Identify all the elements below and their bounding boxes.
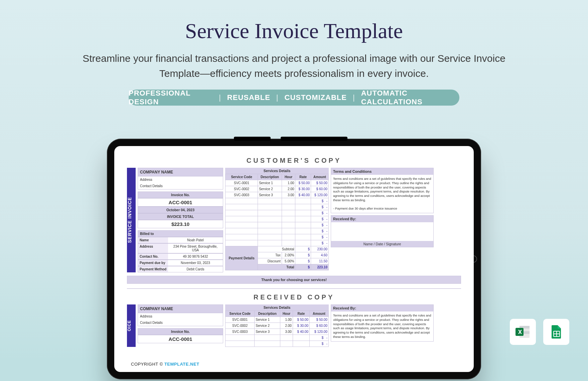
- table-row: SVC-0003Service 33.00$ 40.00$ 120.00: [226, 329, 329, 335]
- side-band: SERVICE INVOICE: [127, 168, 136, 272]
- company-name-2: COMPANY NAME: [138, 304, 223, 313]
- terms-note: - Payment due 30 days after invoice issu…: [331, 205, 433, 213]
- terms-title: Terms and Conditions: [331, 168, 433, 175]
- left-column-2: COMPANY NAME Address Contact Details Inv…: [138, 304, 223, 347]
- bill-due: Payment due byNovember 03, 2023: [138, 260, 223, 266]
- page-subtitle: Streamline your financial transactions a…: [0, 51, 588, 81]
- services-header: Services Details: [225, 168, 329, 174]
- terms-body: Terms and conditions are a set of guidel…: [331, 175, 433, 205]
- services-table-2: Service CodeDescriptionHourRateAmount SV…: [225, 310, 329, 347]
- left-column: COMPANY NAME Address Contact Details Inv…: [138, 168, 223, 272]
- tablet-frame: CUSTOMER'S COPY SERVICE INVOICE COMPANY …: [107, 139, 481, 379]
- table-row: SVC-0002Service 22.00$ 30.00$ 60.00: [226, 186, 329, 192]
- signature-label: Name / Date / Signature: [331, 241, 433, 247]
- invoice-total-label: INVOICE TOTAL: [138, 213, 223, 220]
- company-address-label: Address: [138, 176, 223, 183]
- services-column: Services Details Service CodeDescription…: [225, 168, 329, 272]
- badge-professional: PROFESSIONAL DESIGN: [129, 89, 213, 106]
- section-title-received: RECEIVED COPY: [127, 293, 461, 301]
- terms-column: Terms and Conditions Terms and condition…: [331, 168, 434, 272]
- thanks-bar: Thank you for choosing our services!: [127, 276, 461, 284]
- table-row: SVC-0001Service 11.00$ 50.00$ 50.00: [226, 180, 329, 186]
- terms-column-2: Received By: Terms and conditions are a …: [331, 304, 434, 347]
- bill-address: Address234 Pine Street, Boroughville, US…: [138, 243, 223, 253]
- received-by-label-2: Received By:: [331, 305, 433, 311]
- terms-body-2: Terms and conditions are a set of guidel…: [331, 311, 433, 341]
- bill-phone: Contact No.49 30 9876 5432: [138, 253, 223, 260]
- subtitle-line-1: Streamline your financial transactions a…: [83, 53, 505, 64]
- page-title: Service Invoice Template: [0, 0, 588, 43]
- bill-name: NameNoah Patel: [138, 237, 223, 243]
- tablet-screen: CUSTOMER'S COPY SERVICE INVOICE COMPANY …: [114, 146, 474, 372]
- footer: COPYRIGHT © TEMPLATE.NET: [131, 362, 199, 367]
- company-name: COMPANY NAME: [138, 168, 223, 176]
- company-contact-label-2: Contact Details: [138, 320, 223, 326]
- received-by-label: Received By:: [331, 216, 433, 222]
- feature-badge-strip: PROFESSIONAL DESIGN | REUSABLE | CUSTOMI…: [129, 90, 459, 106]
- invoice-no: ACC-0001: [138, 198, 223, 207]
- company-contact-label: Contact Details: [138, 183, 223, 189]
- excel-icon: [510, 319, 536, 345]
- services-header-2: Services Details: [225, 304, 329, 310]
- table-row: SVC-0001Service 11.00$ 50.00$ 50.00: [226, 317, 329, 323]
- badge-auto-calc: AUTOMATIC CALCULATIONS: [361, 89, 459, 106]
- badge-sep: |: [219, 93, 221, 102]
- table-row: SVC-0003Service 33.00$ 40.00$ 120.00: [226, 192, 329, 198]
- section-title-customer: CUSTOMER'S COPY: [127, 157, 461, 164]
- google-sheets-icon: [543, 319, 569, 345]
- bill-method: Payment MethodDebit Cards: [138, 266, 223, 272]
- invoice-no-2: ACC-0001: [138, 335, 223, 343]
- badge-reusable: REUSABLE: [227, 93, 270, 102]
- table-row: SVC-0002Service 22.00$ 30.00$ 60.00: [226, 323, 329, 329]
- company-address-label-2: Address: [138, 313, 223, 320]
- invoice-no-label: Invoice No.: [138, 192, 223, 198]
- badge-sep: |: [353, 93, 355, 102]
- divider: [127, 288, 461, 289]
- services-table: Service CodeDescriptionHourRateAmount SV…: [225, 174, 329, 270]
- badge-customizable: CUSTOMIZABLE: [285, 93, 347, 102]
- side-band-2: OICE: [127, 304, 136, 347]
- invoice-no-label-2: Invoice No.: [138, 328, 223, 335]
- subtitle-line-2: Template—efficiency meets professionalis…: [159, 68, 429, 79]
- invoice-total: $223.10: [138, 220, 223, 228]
- invoice-date: October 04, 2023: [138, 207, 223, 213]
- billed-to-label: Billed to: [138, 230, 223, 237]
- badge-sep: |: [276, 93, 279, 102]
- services-column-2: Services Details Service CodeDescription…: [225, 304, 329, 347]
